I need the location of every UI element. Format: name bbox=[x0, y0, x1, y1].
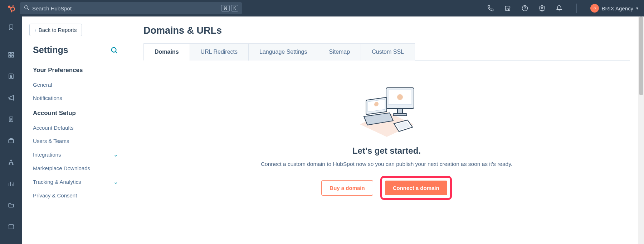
bookmark-icon[interactable] bbox=[7, 23, 15, 32]
svg-point-19 bbox=[10, 75, 12, 77]
svg-rect-38 bbox=[397, 109, 402, 114]
svg-point-7 bbox=[25, 6, 28, 9]
chevron-down-icon: ⌄ bbox=[113, 178, 118, 185]
svg-rect-15 bbox=[12, 52, 14, 54]
tab-label: Custom SSL bbox=[372, 49, 404, 55]
svg-point-37 bbox=[397, 94, 403, 100]
search-icon bbox=[24, 5, 29, 12]
section-your-preferences: Your Preferences bbox=[22, 62, 129, 78]
global-search[interactable]: ⌘ K bbox=[20, 2, 242, 14]
sidebar-item-users-teams[interactable]: Users & Teams bbox=[22, 134, 129, 148]
sidebar-item-label: Notifications bbox=[33, 95, 62, 101]
section-account-setup: Account Setup bbox=[22, 105, 129, 121]
sidebar-item-label: Users & Teams bbox=[33, 138, 69, 144]
marketplace-icon[interactable] bbox=[504, 5, 511, 12]
empty-state: Let's get started. Connect a custom doma… bbox=[143, 61, 630, 200]
empty-state-title: Let's get started. bbox=[143, 146, 630, 156]
kbd-shortcut: ⌘ K bbox=[221, 5, 238, 11]
tab-custom-ssl[interactable]: Custom SSL bbox=[361, 43, 415, 61]
sitemap-icon[interactable] bbox=[7, 158, 15, 167]
sidebar-item-label: Integrations bbox=[33, 152, 61, 158]
account-menu[interactable]: BRIX Agency ▾ bbox=[590, 4, 638, 13]
hubspot-logo-icon[interactable] bbox=[6, 3, 16, 13]
sidebar-item-notifications[interactable]: Notifications bbox=[22, 91, 129, 105]
page-title: Domains & URLs bbox=[143, 25, 630, 36]
sidebar-item-privacy-consent[interactable]: Privacy & Consent bbox=[22, 189, 129, 202]
sidebar-item-marketplace-downloads[interactable]: Marketplace Downloads bbox=[22, 162, 129, 175]
svg-line-6 bbox=[11, 11, 12, 11]
tab-label: Domains bbox=[155, 49, 179, 55]
svg-point-25 bbox=[11, 160, 12, 161]
svg-rect-24 bbox=[9, 139, 14, 143]
topbar-icons: BRIX Agency ▾ bbox=[487, 4, 638, 13]
svg-point-32 bbox=[112, 47, 116, 52]
phone-icon[interactable] bbox=[487, 5, 494, 12]
tab-domains[interactable]: Domains bbox=[143, 43, 190, 61]
tab-url-redirects[interactable]: URL Redirects bbox=[190, 43, 249, 61]
account-name: BRIX Agency bbox=[602, 5, 633, 11]
sidebar-item-label: Account Defaults bbox=[33, 125, 73, 131]
tab-sitemap[interactable]: Sitemap bbox=[318, 43, 361, 61]
empty-state-buttons: Buy a domain Connect a domain bbox=[143, 176, 630, 200]
connect-domain-button[interactable]: Connect a domain bbox=[385, 181, 447, 195]
tab-label: Language Settings bbox=[259, 49, 307, 55]
inbox-icon[interactable] bbox=[7, 137, 15, 145]
store-icon[interactable] bbox=[7, 223, 15, 231]
devices-illustration bbox=[347, 78, 426, 142]
kbd-cmd: ⌘ bbox=[221, 5, 230, 11]
scrollbar[interactable] bbox=[638, 16, 644, 244]
avatar bbox=[590, 4, 599, 13]
buy-domain-button[interactable]: Buy a domain bbox=[321, 180, 373, 196]
settings-icon[interactable] bbox=[538, 5, 546, 12]
svg-rect-39 bbox=[393, 114, 407, 116]
settings-sidebar: ‹ Back to Reports Settings Your Preferen… bbox=[22, 16, 129, 244]
help-icon[interactable] bbox=[521, 5, 528, 12]
sidebar-item-integrations[interactable]: Integrations⌄ bbox=[22, 148, 129, 162]
chevron-down-icon: ▾ bbox=[636, 6, 638, 11]
topbar: ⌘ K BRIX Agency ▾ bbox=[0, 0, 644, 16]
svg-rect-17 bbox=[12, 56, 14, 57]
highlight-annotation: Connect a domain bbox=[380, 176, 452, 200]
svg-line-4 bbox=[13, 6, 13, 7]
svg-line-8 bbox=[28, 9, 29, 10]
empty-state-subtitle: Connect a custom domain to HubSpot now s… bbox=[143, 161, 630, 167]
icon-rail bbox=[0, 16, 22, 244]
tab-label: URL Redirects bbox=[201, 49, 238, 55]
svg-point-11 bbox=[541, 8, 543, 9]
sidebar-item-tracking-analytics[interactable]: Tracking & Analytics⌄ bbox=[22, 175, 129, 189]
chevron-left-icon: ‹ bbox=[35, 27, 36, 33]
sidebar-item-label: Marketplace Downloads bbox=[33, 165, 90, 171]
settings-search-icon[interactable] bbox=[110, 46, 118, 54]
tab-label: Sitemap bbox=[329, 49, 350, 55]
grid-icon[interactable] bbox=[7, 51, 15, 59]
scrollbar-thumb[interactable] bbox=[639, 16, 643, 95]
content-below-topbar: ‹ Back to Reports Settings Your Preferen… bbox=[0, 16, 644, 244]
topbar-divider bbox=[576, 4, 577, 13]
svg-rect-16 bbox=[9, 56, 10, 57]
tab-language-settings[interactable]: Language Settings bbox=[248, 43, 318, 61]
svg-rect-14 bbox=[9, 52, 10, 54]
notifications-icon[interactable] bbox=[556, 5, 563, 12]
search-input[interactable] bbox=[32, 5, 218, 11]
svg-point-26 bbox=[9, 164, 10, 165]
back-label: Back to Reports bbox=[39, 27, 77, 33]
svg-point-12 bbox=[592, 6, 597, 11]
main-content: Domains & URLs Domains URL Redirects Lan… bbox=[129, 16, 644, 244]
tabs: Domains URL Redirects Language Settings … bbox=[143, 43, 630, 61]
contact-icon[interactable] bbox=[7, 72, 15, 81]
sidebar-item-account-defaults[interactable]: Account Defaults bbox=[22, 121, 129, 134]
back-to-reports-button[interactable]: ‹ Back to Reports bbox=[29, 24, 82, 36]
chevron-down-icon: ⌄ bbox=[113, 151, 118, 158]
settings-title: Settings bbox=[33, 45, 68, 55]
sidebar-item-general[interactable]: General bbox=[22, 78, 129, 91]
svg-point-27 bbox=[12, 164, 13, 165]
sidebar-item-label: Tracking & Analytics bbox=[33, 179, 81, 185]
document-icon[interactable] bbox=[7, 115, 15, 124]
svg-point-1 bbox=[11, 7, 15, 11]
folder-icon[interactable] bbox=[7, 201, 15, 210]
settings-header: Settings bbox=[22, 43, 129, 62]
megaphone-icon[interactable] bbox=[7, 94, 15, 102]
svg-line-33 bbox=[116, 52, 117, 53]
topbar-left: ⌘ K bbox=[6, 2, 242, 14]
chart-icon[interactable] bbox=[7, 180, 15, 188]
